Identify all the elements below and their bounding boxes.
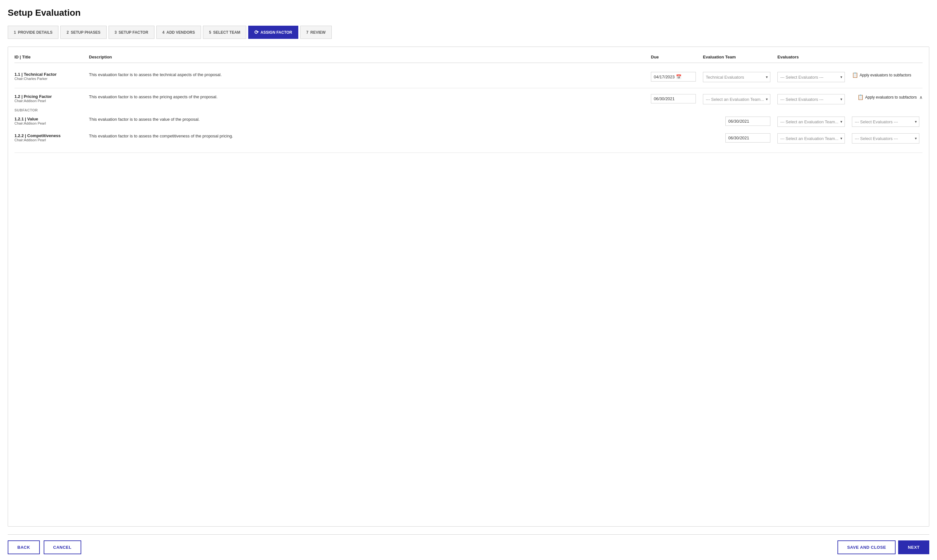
step-1-label: PROVIDE DETAILS	[18, 30, 53, 35]
factor-1-1-identity: 1.1 | Technical Factor Chair:Charles Par…	[14, 72, 85, 81]
subfactor-1-2-1-chair: Chair:Addison Pearl	[14, 122, 85, 125]
factor-1-1-apply-btn[interactable]: 📋 Apply evaluators to subfactors	[852, 72, 923, 78]
factor-1-2-chair: Chair:Addison Pearl	[14, 99, 85, 103]
factor-1-2-team-wrapper: --- Select an Evaluation Team...	[703, 94, 770, 105]
assign-factor-icon: ⟳	[254, 29, 258, 35]
step-5-label: SELECT TEAM	[213, 30, 240, 35]
factor-1-2-due-date[interactable]: 06/30/2021	[651, 94, 696, 103]
factor-main-1-1: 1.1 | Technical Factor Chair:Charles Par…	[14, 72, 923, 82]
footer-left: BACK CANCEL	[8, 540, 81, 554]
factor-1-2-team-select[interactable]: --- Select an Evaluation Team...	[703, 94, 770, 105]
factor-1-1-due-date[interactable]: 04/17/2023 📅	[651, 72, 696, 82]
step-7-num: 7	[306, 30, 309, 35]
subfactor-1-2-1-evaluators-wrapper: --- Select Evaluators ---	[852, 117, 919, 127]
footer: BACK CANCEL SAVE AND CLOSE NEXT	[8, 534, 929, 560]
factor-1-2-title: 1.2 | Pricing Factor	[14, 94, 85, 99]
factor-1-1-evaluators-select[interactable]: --- Select Evaluators ---	[777, 72, 845, 82]
copy-icon: 📋	[852, 72, 859, 78]
step-7[interactable]: 7 REVIEW	[300, 26, 332, 39]
factor-1-2-apply-label: Apply evaluators to subfactors	[865, 95, 917, 100]
subfactors-section: SUBFACTOR 1.2.1 | Value Chair:Addison Pe…	[14, 105, 923, 147]
subfactor-1-2-1-identity: 1.2.1 | Value Chair:Addison Pearl	[14, 117, 85, 125]
subfactor-1-2-2-evaluators-select[interactable]: --- Select Evaluators ---	[852, 133, 919, 143]
step-4[interactable]: 4 ADD VENDORS	[156, 26, 201, 39]
subfactor-1-2-2-team-wrapper: --- Select an Evaluation Team...	[777, 133, 845, 143]
factor-row-1-1: 1.1 | Technical Factor Chair:Charles Par…	[14, 66, 923, 88]
subfactor-1-2-1-title: 1.2.1 | Value	[14, 117, 85, 122]
step-2-label: SETUP PHASES	[71, 30, 100, 35]
factor-1-1-chair: Chair:Charles Parker	[14, 77, 85, 81]
subfactor-1-2-1-team-wrapper: --- Select an Evaluation Team...	[777, 117, 845, 127]
factor-1-1-date-value: 04/17/2023	[654, 74, 675, 79]
factor-1-1-evaluators-wrapper: --- Select Evaluators ---	[777, 72, 845, 82]
subfactor-1-2-1-description: This evaluation factor is to assess the …	[89, 117, 722, 122]
subfactor-1-2-2-date-value: 06/30/2021	[728, 135, 749, 140]
col-id-title: ID | Title	[14, 55, 85, 59]
calendar-icon[interactable]: 📅	[676, 74, 682, 79]
factor-1-2-evaluators-select[interactable]: --- Select Evaluators ---	[777, 94, 845, 105]
collapse-icon[interactable]: ∧	[919, 95, 923, 100]
factor-1-1-description: This evaluation factor is to assess the …	[89, 72, 647, 78]
col-actions	[852, 55, 923, 59]
col-evaluators: Evaluators	[777, 55, 848, 59]
step-3[interactable]: 3 SETUP FACTOR	[109, 26, 154, 39]
col-due: Due	[651, 55, 699, 59]
subfactor-1-2-2-description: This evaluation factor is to assess the …	[89, 133, 722, 139]
step-5-num: 5	[209, 30, 211, 35]
factor-1-2-date-value: 06/30/2021	[654, 96, 675, 101]
back-button[interactable]: BACK	[8, 540, 40, 554]
col-evaluation-team: Evaluation Team	[703, 55, 774, 59]
factor-1-2-apply-btn[interactable]: 📋 Apply evaluators to subfactors	[857, 94, 917, 100]
step-4-num: 4	[163, 30, 165, 35]
table-header: ID | Title Description Due Evaluation Te…	[14, 55, 923, 63]
factor-1-1-title: 1.1 | Technical Factor	[14, 72, 85, 77]
step-6[interactable]: ⟳ ASSIGN FACTOR	[248, 26, 298, 39]
stepper: 1 PROVIDE DETAILS 2 SETUP PHASES 3 SETUP…	[8, 26, 929, 39]
copy-icon-2: 📋	[857, 94, 864, 100]
subfactor-1-2-2-evaluators-wrapper: --- Select Evaluators ---	[852, 133, 919, 143]
subfactor-label: SUBFACTOR	[14, 105, 923, 113]
factor-row-1-2: 1.2 | Pricing Factor Chair:Addison Pearl…	[14, 88, 923, 153]
subfactor-1-2-2-title: 1.2.2 | Competitiveness	[14, 133, 85, 138]
step-3-num: 3	[115, 30, 117, 35]
step-2-num: 2	[66, 30, 69, 35]
factor-1-2-evaluators-wrapper: --- Select Evaluators ---	[777, 94, 845, 105]
step-4-label: ADD VENDORS	[166, 30, 195, 35]
col-description: Description	[89, 55, 647, 59]
footer-right: SAVE AND CLOSE NEXT	[837, 540, 929, 554]
subfactor-1-2-2-identity: 1.2.2 | Competitiveness Chair:Addison Pe…	[14, 133, 85, 142]
factor-1-2-identity: 1.2 | Pricing Factor Chair:Addison Pearl	[14, 94, 85, 103]
content-area: ID | Title Description Due Evaluation Te…	[8, 46, 929, 527]
cancel-button[interactable]: CANCEL	[44, 540, 81, 554]
factor-1-2-apply-row: 📋 Apply evaluators to subfactors ∧	[852, 94, 923, 100]
step-3-label: SETUP FACTOR	[118, 30, 148, 35]
step-1[interactable]: 1 PROVIDE DETAILS	[8, 26, 58, 39]
factor-main-1-2: 1.2 | Pricing Factor Chair:Addison Pearl…	[14, 94, 923, 105]
subfactor-1-2-1-date-value: 06/30/2021	[728, 119, 749, 124]
step-5[interactable]: 5 SELECT TEAM	[203, 26, 246, 39]
step-7-label: REVIEW	[310, 30, 325, 35]
subfactor-1-2-1-due-date[interactable]: 06/30/2021	[725, 117, 770, 126]
subfactor-1-2-1-evaluators-select[interactable]: --- Select Evaluators ---	[852, 117, 919, 127]
factor-1-1-team-wrapper: Technical Evaluators	[703, 72, 770, 82]
subfactor-1-2-1-team-select[interactable]: --- Select an Evaluation Team...	[777, 117, 845, 127]
subfactor-1-2-2-team-select[interactable]: --- Select an Evaluation Team...	[777, 133, 845, 143]
save-close-button[interactable]: SAVE AND CLOSE	[837, 540, 895, 554]
step-2[interactable]: 2 SETUP PHASES	[60, 26, 106, 39]
next-button[interactable]: NEXT	[898, 540, 929, 554]
subfactor-1-2-2-chair: Chair:Addison Pearl	[14, 138, 85, 142]
subfactor-row-1-2-2: 1.2.2 | Competitiveness Chair:Addison Pe…	[14, 130, 923, 147]
subfactor-row-1-2-1: 1.2.1 | Value Chair:Addison Pearl This e…	[14, 113, 923, 130]
factor-1-1-apply-label: Apply evaluators to subfactors	[860, 73, 911, 77]
factor-1-1-team-select[interactable]: Technical Evaluators	[703, 72, 770, 82]
factor-1-2-description: This evaluation factor is to assess the …	[89, 94, 647, 100]
page-title: Setup Evaluation	[8, 8, 929, 18]
subfactor-1-2-2-due-date[interactable]: 06/30/2021	[725, 133, 770, 143]
step-6-label: ASSIGN FACTOR	[260, 30, 292, 35]
step-1-num: 1	[14, 30, 16, 35]
